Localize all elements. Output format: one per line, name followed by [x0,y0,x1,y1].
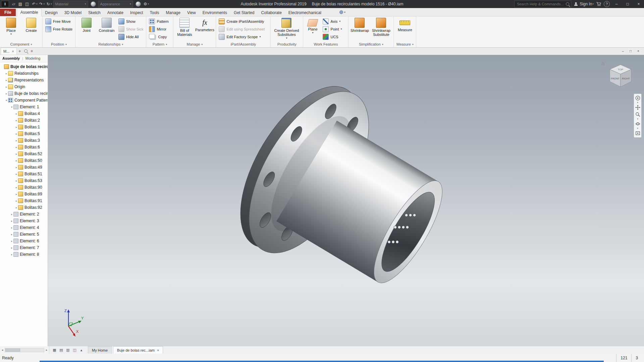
menu-tab[interactable]: Annotate [104,9,127,16]
tree-expand-arrow[interactable]: ▸ [15,159,18,162]
tree-item[interactable]: ▸ Element: 2 [0,211,48,218]
tree-item[interactable]: ▸ Bolitas:3 [0,137,48,144]
tree-item[interactable]: ▸ Element: 6 [0,238,48,244]
simplification-panel-footer[interactable]: Simplification▾ [348,41,393,47]
tree-item[interactable]: ▸ Bolitas:52 [0,150,48,157]
menu-tab[interactable]: View [184,9,199,16]
close-button[interactable]: × [634,1,643,7]
measure-button[interactable]: Measure [395,17,415,32]
tree-item[interactable]: ▸ Bolitas:1 [0,124,48,130]
scrollbar-track[interactable] [5,348,44,352]
tree-item[interactable]: Buje de bolas recircu [0,63,48,70]
tree-expand-arrow[interactable]: ▸ [10,233,13,236]
tree-expand-arrow[interactable]: ▸ [15,112,18,115]
tree-item[interactable]: ▸ Bolitas:6 [0,144,48,150]
mode-tab-modeling[interactable]: Modeling [25,56,41,60]
tree-expand-arrow[interactable]: ▾ [10,106,13,109]
tree-expand-arrow[interactable]: ▸ [5,85,8,88]
tree-item[interactable]: ▸ Bolitas:53 [0,177,48,184]
undo-caret[interactable]: ▾ [36,3,38,5]
tree-item[interactable]: ▸ Element: 5 [0,231,48,238]
tree-expand-arrow[interactable]: ▸ [15,119,18,122]
tree-expand-arrow[interactable]: ▸ [15,173,18,176]
tree-item[interactable]: ▸ Bolitas:91 [0,197,48,204]
menu-tab[interactable]: Environments [199,9,230,16]
tree-expand-arrow[interactable]: ▸ [5,79,8,82]
tree-expand-arrow[interactable]: ▸ [15,132,18,135]
tree-expand-arrow[interactable]: ▾ [5,99,8,102]
add-panel-button[interactable]: + [17,49,23,54]
mirror-button[interactable]: Mirror [148,25,170,33]
tree-expand-arrow[interactable]: ▸ [10,253,13,256]
shrinkwrap-button[interactable]: Shrinkwrap [350,17,369,33]
point-caret[interactable]: ▾ [341,28,342,30]
save-button[interactable]: ◫ [24,1,30,7]
edit-factory-scope-caret[interactable]: ▾ [259,36,261,38]
collapse-tabs-icon[interactable]: ▴ [78,348,84,352]
create-button[interactable]: Create [21,17,41,33]
model-panel-tab[interactable]: M... × [1,48,17,55]
split-view-icon[interactable]: ◫ [72,348,77,352]
orbit-icon[interactable] [635,121,641,127]
color-swatch[interactable] [91,1,96,7]
ipart-panel-footer[interactable]: iPart/iAssembly [216,41,270,47]
column-view-icon[interactable]: ▥ [65,348,71,352]
tree-item[interactable]: ▸ Bolitas:89 [0,191,48,197]
material-select[interactable]: Material▾ [53,1,88,7]
tree-expand-arrow[interactable]: ▸ [10,246,13,249]
productivity-panel-footer[interactable]: Productivity [271,41,303,47]
menu-tab[interactable]: File [0,9,16,16]
position-panel-footer[interactable]: Position▾ [43,41,75,47]
viewcube[interactable]: TOP FRONT RIGHT [606,63,635,91]
axis-caret[interactable]: ▾ [339,20,340,22]
orbit-caret[interactable]: ▾ [637,128,638,129]
place-button[interactable]: Place ▾ [1,17,21,35]
scroll-left-arrow[interactable]: ◂ [1,348,4,352]
tree-item[interactable]: ▸ Bolitas:5 [0,130,48,137]
tree-item[interactable]: ▸ Bolitas:92 [0,204,48,211]
help-button[interactable]: ? [604,1,610,7]
menu-tab[interactable]: Electromechanical [285,9,325,16]
plane-button[interactable]: Plane ▾ [305,17,321,34]
tree-expand-arrow[interactable]: ▸ [15,193,18,196]
manage-panel-footer[interactable]: Manage▾ [173,41,216,47]
free-move-button[interactable]: Free Move [44,18,74,25]
toolbar-customize-caret[interactable]: ▾ [148,3,149,5]
tree-expand-arrow[interactable]: ▸ [15,179,18,182]
menu-tab[interactable]: Get Started [230,9,258,16]
joint-button[interactable]: Joint [77,17,96,33]
ribbon-appearance-icon[interactable] [339,10,343,14]
show-button[interactable]: Show [117,18,145,25]
full-navigation-wheel-icon[interactable] [635,95,641,101]
ucs-button[interactable]: UCS [321,33,343,40]
tree-expand-arrow[interactable]: ▸ [15,166,18,169]
menu-tab[interactable]: Tools [147,9,163,16]
bill-of-materials-button[interactable]: Bill of Materials [175,17,194,37]
app-store-cart-icon[interactable] [596,2,601,6]
browser-search-icon[interactable] [23,49,29,53]
document-tab[interactable]: Buje de bolas rec...iam × [113,346,163,354]
viewcube-home-icon[interactable]: ⌂ [602,61,604,66]
tree-expand-arrow[interactable]: ▸ [5,72,8,75]
pattern-panel-footer[interactable]: Pattern▾ [146,41,173,47]
document-tab-close-icon[interactable]: × [157,348,159,352]
menu-tab[interactable]: Inspect [127,9,147,16]
pattern-button[interactable]: Pattern [148,18,170,25]
ribbon-collapse-caret[interactable]: ▾ [344,11,345,14]
edit-factory-scope-button[interactable]: Edit Factory Scope▾ [217,33,266,40]
tree-expand-arrow[interactable]: ▸ [10,226,13,229]
doc-restore-button[interactable]: □ [627,48,634,54]
appearance-swatch[interactable] [136,1,141,7]
tree-item[interactable]: ▾ Component Pattern 1 [0,97,48,104]
redo-caret[interactable]: ▾ [44,3,45,5]
tree-item[interactable]: ▸ Element: 8 [0,251,48,258]
parameters-button[interactable]: fx Parameters [195,17,214,32]
axis-button[interactable]: Axis▾ [321,18,343,25]
create-derived-substitutes-button[interactable]: Create Derived Substitutes ▾ [272,17,301,39]
free-rotate-button[interactable]: Free Rotate [44,25,74,33]
zoom-icon[interactable] [635,111,641,117]
copy-button[interactable]: Copy [148,33,170,40]
tree-expand-arrow[interactable]: ▸ [15,153,18,156]
tree-expand-arrow[interactable]: ▸ [15,146,18,149]
relationships-panel-footer[interactable]: Relationships▾ [75,41,146,47]
